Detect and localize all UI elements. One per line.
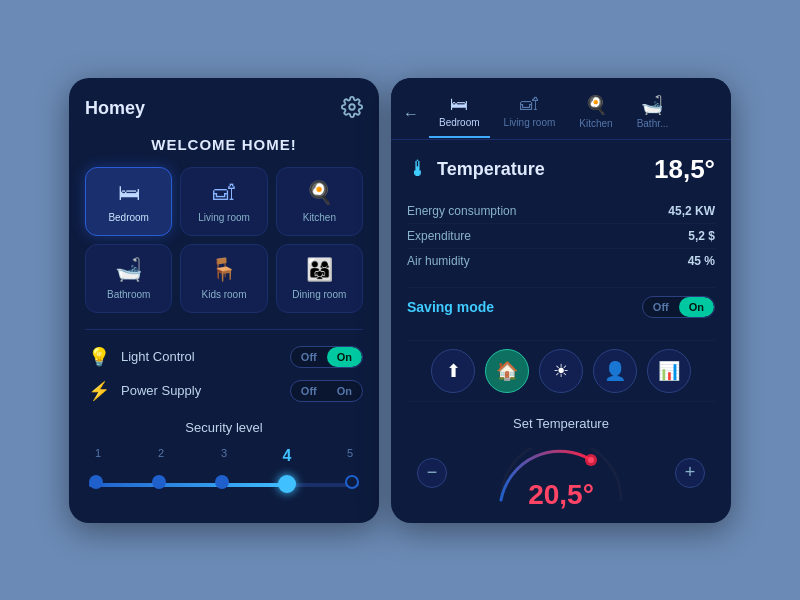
stat-name: Expenditure: [407, 229, 471, 243]
power-off-option[interactable]: Off: [291, 381, 327, 401]
saving-off-option[interactable]: Off: [643, 297, 679, 317]
tab-label-living: Living room: [504, 117, 556, 128]
security-title: Security level: [85, 420, 363, 435]
set-temp-value: 20,5°: [528, 479, 594, 511]
power-on-option[interactable]: On: [327, 381, 362, 401]
power-toggle[interactable]: Off On: [290, 380, 363, 402]
room-label-bathroom: Bathroom: [107, 289, 150, 300]
action-btn-home[interactable]: 🏠: [485, 349, 529, 393]
stat-row: Expenditure 5,2 $: [407, 224, 715, 249]
slider-num-3: 3: [215, 447, 233, 465]
room-icon-living: 🛋: [213, 180, 235, 206]
room-icon-kitchen: 🍳: [306, 180, 333, 206]
thermometer-icon: 🌡: [407, 156, 429, 182]
temperature-value: 18,5°: [654, 154, 715, 185]
right-content: 🌡 Temperature 18,5° Energy consumption 4…: [391, 140, 731, 523]
light-icon: 💡: [85, 346, 113, 368]
app-title: Homey: [85, 98, 145, 119]
room-label-kids: Kids room: [201, 289, 246, 300]
room-card-dining[interactable]: 👨‍👩‍👧 Dining room: [276, 244, 363, 313]
temp-arc-container: 20,5°: [481, 443, 641, 503]
light-toggle[interactable]: Off On: [290, 346, 363, 368]
svg-point-2: [588, 457, 594, 463]
temp-label-wrap: 🌡 Temperature: [407, 156, 545, 182]
welcome-text: WELCOME HOME!: [85, 136, 363, 153]
temperature-label: Temperature: [437, 159, 545, 180]
left-panel: Homey WELCOME HOME! 🛏 Bedroom 🛋 Living r…: [69, 78, 379, 523]
stats-table: Energy consumption 45,2 KW Expenditure 5…: [407, 199, 715, 273]
room-icon-bedroom: 🛏: [118, 180, 140, 206]
tab-label-kitchen: Kitchen: [579, 118, 612, 129]
tab-icon-bathroom: 🛁: [641, 94, 663, 116]
slider-dot-1[interactable]: [89, 475, 103, 489]
room-card-kitchen[interactable]: 🍳 Kitchen: [276, 167, 363, 236]
gear-icon[interactable]: [341, 96, 363, 122]
room-label-dining: Dining room: [292, 289, 346, 300]
slider-dot-3[interactable]: [215, 475, 229, 489]
slider-numbers: 12345: [89, 447, 359, 465]
rooms-grid: 🛏 Bedroom 🛋 Living room 🍳 Kitchen 🛁 Bath…: [85, 167, 363, 313]
slider-num-4: 4: [278, 447, 296, 465]
stat-value: 45,2 KW: [668, 204, 715, 218]
stat-name: Energy consumption: [407, 204, 516, 218]
light-on-option[interactable]: On: [327, 347, 362, 367]
slider-dot-5[interactable]: [345, 475, 359, 489]
action-btn-sun[interactable]: ☀: [539, 349, 583, 393]
action-btn-person[interactable]: 👤: [593, 349, 637, 393]
stat-value: 45 %: [688, 254, 715, 268]
light-off-option[interactable]: Off: [291, 347, 327, 367]
slider-dots: [89, 475, 359, 493]
slider-dot-2[interactable]: [152, 475, 166, 489]
set-temp-section: Set Temperature −: [407, 416, 715, 503]
room-card-living[interactable]: 🛋 Living room: [180, 167, 267, 236]
saving-mode-row: Saving mode Off On: [407, 287, 715, 326]
divider-1: [85, 329, 363, 330]
temp-plus-button[interactable]: +: [675, 458, 705, 488]
stat-row: Air humidity 45 %: [407, 249, 715, 273]
tab-living[interactable]: 🛋 Living room: [494, 90, 566, 138]
action-btn-bars[interactable]: 📊: [647, 349, 691, 393]
slider-num-5: 5: [341, 447, 359, 465]
stat-name: Air humidity: [407, 254, 470, 268]
room-label-living: Living room: [198, 212, 250, 223]
back-button[interactable]: ←: [403, 105, 419, 123]
action-btn-nav[interactable]: ⬆: [431, 349, 475, 393]
light-control-row: 💡 Light Control Off On: [85, 340, 363, 374]
saving-on-option[interactable]: On: [679, 297, 714, 317]
tab-label-bedroom: Bedroom: [439, 117, 480, 128]
room-card-bathroom[interactable]: 🛁 Bathroom: [85, 244, 172, 313]
saving-toggle[interactable]: Off On: [642, 296, 715, 318]
stat-row: Energy consumption 45,2 KW: [407, 199, 715, 224]
light-control-label: Light Control: [121, 349, 290, 364]
saving-mode-label: Saving mode: [407, 299, 494, 315]
tab-label-bathroom: Bathr...: [637, 118, 669, 129]
tab-kitchen[interactable]: 🍳 Kitchen: [569, 90, 622, 139]
slider-num-2: 2: [152, 447, 170, 465]
tab-bedroom[interactable]: 🛏 Bedroom: [429, 90, 490, 138]
slider-num-1: 1: [89, 447, 107, 465]
room-icon-kids: 🪑: [210, 257, 237, 283]
temp-controls: −: [407, 443, 715, 503]
stat-value: 5,2 $: [688, 229, 715, 243]
slider-dot-4[interactable]: [278, 475, 296, 493]
set-temp-title: Set Temperature: [407, 416, 715, 431]
room-icon-bathroom: 🛁: [115, 257, 142, 283]
right-tabs: ← 🛏 Bedroom 🛋 Living room 🍳 Kitchen 🛁 Ba…: [391, 78, 731, 140]
svg-point-0: [349, 104, 355, 110]
room-card-kids[interactable]: 🪑 Kids room: [180, 244, 267, 313]
power-icon: ⚡: [85, 380, 113, 402]
security-section: Security level 12345: [85, 420, 363, 505]
tab-icon-living: 🛋: [520, 94, 538, 115]
left-header: Homey: [85, 96, 363, 122]
room-label-bedroom: Bedroom: [108, 212, 149, 223]
tab-bathroom[interactable]: 🛁 Bathr...: [627, 90, 679, 139]
security-slider[interactable]: 12345: [85, 447, 363, 505]
temp-header: 🌡 Temperature 18,5°: [407, 154, 715, 185]
tab-icon-bedroom: 🛏: [450, 94, 468, 115]
temp-minus-button[interactable]: −: [417, 458, 447, 488]
room-card-bedroom[interactable]: 🛏 Bedroom: [85, 167, 172, 236]
power-supply-label: Power Supply: [121, 383, 290, 398]
room-label-kitchen: Kitchen: [303, 212, 336, 223]
power-supply-row: ⚡ Power Supply Off On: [85, 374, 363, 408]
room-icon-dining: 👨‍👩‍👧: [306, 257, 333, 283]
